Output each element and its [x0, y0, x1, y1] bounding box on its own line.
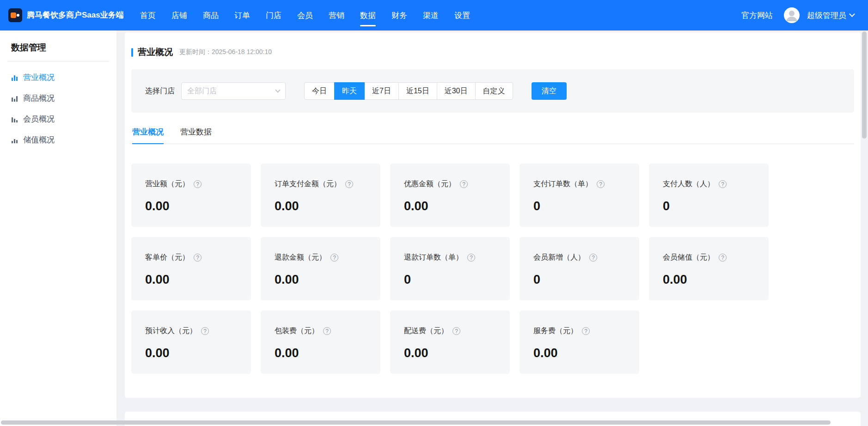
nav-item-orders[interactable]: 订单	[226, 0, 258, 30]
nav-item-goods[interactable]: 商品	[195, 0, 226, 30]
stat-label: 营业额（元）	[145, 179, 189, 189]
range-custom-button[interactable]: 自定义	[475, 82, 513, 100]
help-icon[interactable]	[467, 254, 475, 262]
stat-label: 优惠金额（元）	[404, 179, 456, 189]
stat-label: 会员储值（元）	[663, 253, 715, 262]
section-title: 营业概况	[138, 46, 173, 58]
range-15d-button[interactable]: 近15日	[398, 82, 437, 100]
stat-value: 0.00	[275, 199, 367, 213]
official-site-link[interactable]: 官方网站	[741, 10, 773, 21]
horizontal-scrollbar-thumb[interactable]	[1, 420, 831, 425]
stat-value: 0.00	[404, 346, 496, 360]
help-icon[interactable]	[452, 327, 460, 335]
sidebar-menu: 营业概况 商品概况 会员概况	[0, 61, 116, 150]
stat-card-revenue: 营业额（元） 0.00	[131, 164, 251, 227]
top-nav: 首页 店铺 商品 订单 门店 会员 营销 数据 财务 渠道 设置	[132, 0, 478, 30]
brand[interactable]: 腾马餐饮多商户Saas业务端	[8, 8, 129, 22]
stat-label: 服务费（元）	[533, 326, 578, 336]
sidebar: 数据管理 营业概况 商品概况	[0, 30, 116, 426]
stat-value: 0.00	[275, 273, 367, 287]
stat-label: 订单支付金额（元）	[275, 179, 341, 189]
help-icon[interactable]	[719, 254, 727, 262]
sidebar-item-member-overview[interactable]: 会员概况	[0, 109, 116, 129]
stat-card-avg-order-value: 客单价（元） 0.00	[131, 237, 251, 300]
store-select-placeholder: 全部门店	[187, 86, 217, 96]
stat-card-expected-income: 预计收入（元） 0.00	[131, 310, 251, 374]
store-select[interactable]: 全部门店	[181, 82, 286, 100]
user-name: 超级管理员	[807, 10, 846, 21]
help-icon[interactable]	[194, 254, 202, 262]
stat-value: 0.00	[275, 346, 367, 360]
stat-card-discount-amount: 优惠金额（元） 0.00	[390, 164, 510, 227]
nav-item-settings[interactable]: 设置	[446, 0, 478, 30]
stat-card-service-fee: 服务费（元） 0.00	[520, 310, 639, 374]
stat-card-refund-orders: 退款订单数（单） 0	[390, 237, 510, 300]
sidebar-item-label: 储值概况	[23, 134, 55, 145]
stat-label: 配送费（元）	[404, 326, 448, 336]
bar-chart-icon	[11, 116, 18, 123]
stat-label: 退款订单数（单）	[404, 253, 463, 262]
stat-label: 预计收入（元）	[145, 326, 197, 336]
help-icon[interactable]	[597, 180, 605, 188]
user-icon	[784, 7, 800, 23]
sidebar-item-label: 会员概况	[23, 114, 55, 124]
stat-label: 客单价（元）	[145, 253, 189, 262]
nav-item-home[interactable]: 首页	[132, 0, 164, 30]
nav-item-finance[interactable]: 财务	[384, 0, 415, 30]
sidebar-item-business-overview[interactable]: 营业概况	[0, 67, 116, 88]
range-30d-button[interactable]: 近30日	[437, 82, 476, 100]
chevron-down-icon	[849, 11, 855, 17]
stat-card-delivery-fee: 配送费（元） 0.00	[390, 310, 510, 374]
nav-item-shop[interactable]: 店铺	[164, 0, 195, 30]
sidebar-title: 数据管理	[7, 30, 109, 61]
tab-business-overview[interactable]: 营业概况	[132, 127, 164, 144]
app-logo-icon	[8, 8, 22, 22]
stat-value: 0	[533, 273, 625, 287]
stat-card-refund-amount: 退款金额（元） 0.00	[261, 237, 380, 300]
stat-value: 0.00	[145, 346, 237, 360]
nav-item-stores[interactable]: 门店	[258, 0, 289, 30]
main-content: 营业概况 更新时间：2025-06-18 12:00:10 选择门店 全部门店 …	[116, 30, 868, 426]
stat-value: 0.00	[145, 199, 237, 213]
stat-value: 0.00	[533, 346, 625, 360]
stat-card-packaging-fee: 包装费（元） 0.00	[261, 310, 380, 374]
help-icon[interactable]	[194, 180, 202, 188]
avatar[interactable]	[784, 7, 800, 23]
user-menu[interactable]: 超级管理员	[807, 10, 854, 21]
chevron-down-icon	[275, 87, 280, 92]
stat-value: 0.00	[404, 199, 496, 213]
help-icon[interactable]	[582, 327, 590, 335]
sidebar-item-stored-value-overview[interactable]: 储值概况	[0, 129, 116, 150]
vertical-scrollbar-thumb[interactable]	[862, 31, 867, 139]
nav-item-channels[interactable]: 渠道	[415, 0, 446, 30]
help-icon[interactable]	[345, 180, 353, 188]
clear-button[interactable]: 清空	[532, 82, 567, 100]
stat-value: 0	[404, 273, 496, 287]
tab-business-data[interactable]: 营业数据	[180, 127, 212, 144]
stat-card-member-stored-value: 会员储值（元） 0.00	[649, 237, 769, 300]
help-icon[interactable]	[589, 254, 597, 262]
nav-item-members[interactable]: 会员	[289, 0, 321, 30]
stat-value: 0.00	[663, 273, 755, 287]
nav-item-data[interactable]: 数据	[352, 0, 384, 30]
range-7d-button[interactable]: 近7日	[364, 82, 399, 100]
stat-value: 0	[663, 199, 755, 213]
update-time: 更新时间：2025-06-18 12:00:10	[179, 48, 272, 56]
help-icon[interactable]	[330, 254, 338, 262]
stat-label: 会员新增（人）	[533, 253, 585, 262]
layout: 数据管理 营业概况 商品概况	[0, 30, 868, 426]
sidebar-item-goods-overview[interactable]: 商品概况	[0, 88, 116, 109]
help-icon[interactable]	[323, 327, 331, 335]
stat-label: 支付人数（人）	[663, 179, 715, 189]
help-icon[interactable]	[719, 180, 727, 188]
section-title-row: 营业概况 更新时间：2025-06-18 12:00:10	[131, 46, 854, 58]
stat-card-new-members: 会员新增（人） 0	[520, 237, 639, 300]
range-today-button[interactable]: 今日	[304, 82, 335, 100]
nav-item-marketing[interactable]: 营销	[321, 0, 352, 30]
help-icon[interactable]	[460, 180, 468, 188]
range-yesterday-button[interactable]: 昨天	[334, 82, 365, 100]
bar-chart-icon	[11, 74, 18, 81]
title-accent-bar	[131, 48, 133, 57]
stat-value: 0.00	[145, 273, 237, 287]
help-icon[interactable]	[201, 327, 209, 335]
